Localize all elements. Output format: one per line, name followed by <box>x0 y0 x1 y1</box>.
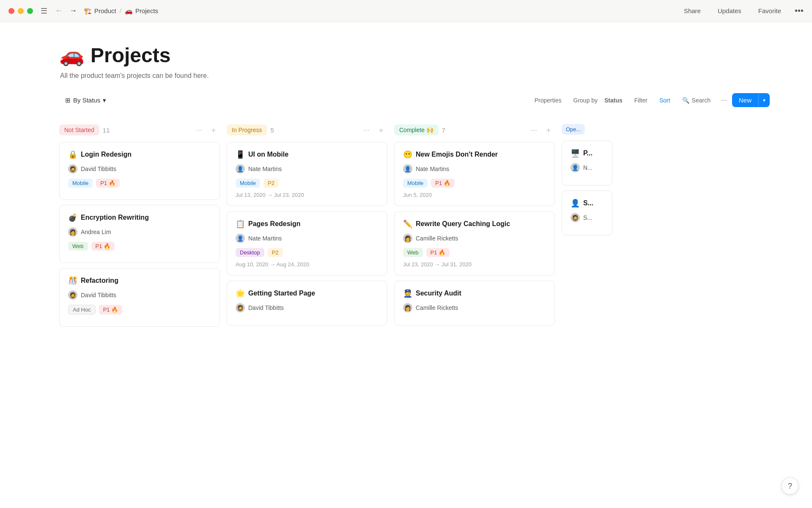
col-add-not-started[interactable]: ＋ <box>207 124 220 136</box>
col-more-not-started[interactable]: ··· <box>193 125 205 135</box>
assignee-name: David Tibbitts <box>81 292 116 298</box>
card-emoji: 🎊 <box>68 276 77 285</box>
card-tags: Web P1 🔥 <box>68 242 211 251</box>
assignee-name: S... <box>583 214 592 221</box>
card-title-text: P... <box>583 149 593 157</box>
card-assignee: 👩 Andrea Lim <box>68 227 211 237</box>
card-rewrite-query[interactable]: ✏️ Rewrite Query Caching Logic 👩 Camille… <box>394 211 555 276</box>
group-by-button[interactable]: Group by Status <box>568 94 628 107</box>
column-header-not-started: Not Started 11 ··· ＋ <box>59 124 220 136</box>
help-button[interactable]: ? <box>782 478 798 494</box>
card-title: 🌟 Getting Started Page <box>236 289 379 298</box>
card-ui-on-mobile[interactable]: 📱 UI on Mobile 👤 Nate Martins Mobile P2 … <box>227 142 387 206</box>
updates-button[interactable]: Updates <box>714 6 745 16</box>
maximize-button[interactable] <box>27 8 33 14</box>
status-badge-open: Ope... <box>562 124 585 135</box>
status-badge-complete: Complete 🙌 <box>394 124 439 135</box>
avatar: 🧔 <box>571 213 580 222</box>
view-by-status-button[interactable]: ⊞ By Status ▾ <box>59 94 112 107</box>
card-tags: Mobile P1 🔥 <box>68 179 211 188</box>
card-assignee: 🧔 David Tibbitts <box>236 303 379 312</box>
board: Not Started 11 ··· ＋ 🔒 Login Redesign 🧔 … <box>59 124 770 340</box>
titlebar-actions: Share Updates Favorite ••• <box>680 6 804 16</box>
card-pages-redesign[interactable]: 📋 Pages Redesign 👤 Nate Martins Desktop … <box>227 211 387 276</box>
forward-button[interactable]: → <box>68 5 79 17</box>
col-add-complete[interactable]: ＋ <box>542 124 555 136</box>
card-refactoring[interactable]: 🎊 Refactoring 🧔 David Tibbitts Ad Hoc P1… <box>59 268 220 327</box>
card-emoji: 👮 <box>403 289 412 298</box>
card-tags: Ad Hoc P1 🔥 <box>68 305 211 315</box>
avatar: 👩 <box>403 234 412 243</box>
toolbar-more-icon[interactable]: ··· <box>717 93 730 107</box>
col-count-complete: 7 <box>442 127 445 134</box>
avatar: 👤 <box>236 164 245 174</box>
card-title-text: Login Redesign <box>81 151 132 158</box>
more-options-icon[interactable]: ••• <box>795 6 804 16</box>
col-more-complete[interactable]: ··· <box>528 125 540 135</box>
card-security-audit[interactable]: 👮 Security Audit 👩 Camille Ricketts <box>394 281 555 326</box>
page-title: 🚗 Projects <box>59 43 770 67</box>
close-button[interactable] <box>8 8 14 14</box>
card-date: Jul 13, 2020 → Jul 23, 2020 <box>236 192 379 198</box>
tag-web: Web <box>403 248 423 257</box>
favorite-button[interactable]: Favorite <box>755 6 785 16</box>
search-icon: 🔍 <box>682 97 689 104</box>
chevron-down-icon: ▾ <box>103 97 106 104</box>
avatar: 👤 <box>236 234 245 243</box>
card-assignee: 🧔 David Tibbitts <box>68 164 211 174</box>
card-title-text: Security Audit <box>416 290 461 297</box>
page-description: All the product team's projects can be f… <box>60 72 770 80</box>
properties-label: Properties <box>535 97 562 104</box>
traffic-lights <box>8 8 33 14</box>
col-actions-not-started: ··· ＋ <box>193 124 220 136</box>
col-actions-complete: ··· ＋ <box>528 124 555 136</box>
assignee-name: Nate Martins <box>248 235 282 242</box>
breadcrumb-product[interactable]: 🏗️ Product <box>84 7 116 15</box>
card-assignee: 👩 Camille Ricketts <box>403 234 546 243</box>
sort-label: Sort <box>659 97 670 104</box>
card-emoji: 🖥️ <box>571 149 580 158</box>
card-login-redesign[interactable]: 🔒 Login Redesign 🧔 David Tibbitts Mobile… <box>59 142 220 200</box>
help-icon: ? <box>788 482 792 491</box>
assignee-name: Camille Ricketts <box>416 304 458 311</box>
col-add-in-progress[interactable]: ＋ <box>375 124 387 136</box>
sidebar-toggle-icon[interactable]: ☰ <box>41 6 47 16</box>
status-badge-in-progress: In Progress <box>227 124 267 135</box>
page-title-emoji: 🚗 <box>59 43 85 67</box>
tag-p1: P1 🔥 <box>431 179 455 188</box>
search-button[interactable]: 🔍 Search <box>677 94 716 107</box>
card-title-text: Rewrite Query Caching Logic <box>416 220 510 228</box>
card-title: 📱 UI on Mobile <box>236 150 379 159</box>
card-new-emojis[interactable]: 😶 New Emojis Don't Render 👤 Nate Martins… <box>394 142 555 206</box>
back-button[interactable]: ← <box>53 5 64 17</box>
properties-button[interactable]: Properties <box>529 94 567 107</box>
col-more-in-progress[interactable]: ··· <box>361 125 372 135</box>
card-title-text: New Emojis Don't Render <box>416 151 498 158</box>
new-button-chevron-icon[interactable]: ▾ <box>758 94 770 107</box>
assignee-name: David Tibbitts <box>81 166 116 172</box>
card-open-2[interactable]: 👤 S... 🧔 S... <box>562 190 612 235</box>
minimize-button[interactable] <box>18 8 24 14</box>
assignee-name: David Tibbitts <box>248 304 284 311</box>
filter-button[interactable]: Filter <box>629 94 653 107</box>
tag-p1: P1 🔥 <box>91 242 115 251</box>
group-by-label: Group by <box>573 97 598 104</box>
nav-arrows: ← → <box>53 5 79 17</box>
breadcrumb-projects[interactable]: 🚗 Projects <box>125 7 158 15</box>
card-open-1[interactable]: 🖥️ P... 👤 N... <box>562 141 612 185</box>
card-encryption-rewriting[interactable]: 💣 Encryption Rewriting 👩 Andrea Lim Web … <box>59 205 220 263</box>
col-count-not-started: 11 <box>103 127 110 134</box>
card-getting-started[interactable]: 🌟 Getting Started Page 🧔 David Tibbitts <box>227 281 387 326</box>
column-in-progress: In Progress 5 ··· ＋ 📱 UI on Mobile 👤 Nat… <box>227 124 387 332</box>
tag-p1: P1 🔥 <box>99 305 123 315</box>
card-assignee: 🧔 David Tibbitts <box>68 290 211 300</box>
new-button[interactable]: New ▾ <box>732 93 770 107</box>
page-header: 🚗 Projects All the product team's projec… <box>59 43 770 80</box>
col-count-in-progress: 5 <box>271 127 274 134</box>
tag-p2: P2 <box>268 248 283 257</box>
toolbar: ⊞ By Status ▾ Properties Group by Status… <box>59 93 770 112</box>
sort-button[interactable]: Sort <box>654 94 675 107</box>
card-title-text: Encryption Rewriting <box>81 214 149 221</box>
card-emoji: 👤 <box>571 199 580 208</box>
share-button[interactable]: Share <box>680 6 704 16</box>
